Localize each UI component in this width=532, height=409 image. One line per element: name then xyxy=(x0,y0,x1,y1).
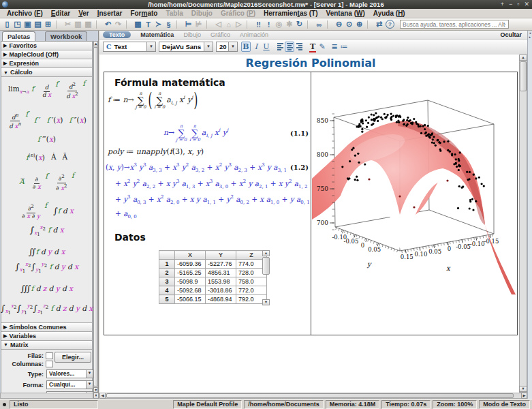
column-header-y[interactable]: Y xyxy=(206,251,236,260)
font-family-select[interactable]: DejaVu Sans ▼ xyxy=(159,42,213,52)
help-icon[interactable]: ? xyxy=(386,20,394,29)
row-number[interactable]: 1 xyxy=(159,260,175,269)
table-row[interactable]: 4-5092.68-3018.86772.0 xyxy=(159,286,267,295)
palette-item[interactable]: f(n)(x) xyxy=(26,153,45,162)
font-color-icon[interactable]: T xyxy=(308,42,317,52)
table-cell[interactable]: -5227.76 xyxy=(206,260,236,269)
data-table-scrollbar[interactable]: ▲ ▼ xyxy=(262,250,270,306)
maximize-button[interactable]: ▫ xyxy=(517,0,519,9)
palette-header-variables[interactable]: ▶Variables xyxy=(1,332,92,341)
hyperlink-icon[interactable]: ∞ xyxy=(314,19,324,29)
doc-hscroll-thumb[interactable] xyxy=(106,393,514,398)
menu-insertar[interactable]: Insertar xyxy=(93,10,127,17)
sidebar-hscrollbar[interactable] xyxy=(0,393,93,399)
palette-item[interactable]: ∂∂ x f xyxy=(31,172,48,191)
doc-scroll-right[interactable]: ▶ xyxy=(521,393,527,399)
zoom-in-icon[interactable]: ⊕ xyxy=(354,19,364,29)
bullet-list-icon[interactable]: ≔ xyxy=(339,42,349,52)
export-document-icon[interactable]: ⊞ xyxy=(43,19,53,29)
palette-item[interactable]: Ȧ xyxy=(51,153,57,161)
font-size-select[interactable]: 20 ▼ xyxy=(216,42,238,52)
forma-dropdown-arrow[interactable]: ▼ xyxy=(86,381,93,389)
sidebar-scroll-thumb[interactable] xyxy=(93,47,98,387)
palette-item[interactable]: ∂2∂ x ∂ y f xyxy=(20,201,47,220)
table-row[interactable]: 3-5098.91553.98758.0 xyxy=(159,277,267,286)
table-row[interactable]: 1-6059.36-5227.76774.0 xyxy=(159,260,267,269)
table-row[interactable]: 2-5165.254856.31728.0 xyxy=(159,269,267,277)
palette-header-expresi-n[interactable]: ▶Expresión xyxy=(1,59,92,68)
doc-scroll-up[interactable]: ▲ xyxy=(519,55,527,61)
palette-header-favoritos[interactable]: ▶Favoritos xyxy=(1,42,92,50)
zoom-out-icon[interactable]: ⊖ xyxy=(334,19,344,29)
table-cell[interactable]: -5066.15 xyxy=(175,295,206,304)
table-cell[interactable]: 1553.98 xyxy=(206,277,236,286)
context-tab-texto[interactable]: Texto xyxy=(103,31,131,38)
data-table-scroll-down[interactable]: ▼ xyxy=(262,299,270,305)
insert-maple-input-icon[interactable]: ≻ xyxy=(153,19,163,29)
panel-expand-right-icon[interactable]: ▸ xyxy=(528,35,532,39)
insert-text-icon[interactable]: T xyxy=(143,19,153,29)
forma-select[interactable]: Cualqui...▼ xyxy=(46,380,93,389)
table-cell[interactable]: -3018.86 xyxy=(206,286,236,295)
columnas-input[interactable] xyxy=(46,361,53,367)
insert-section-icon[interactable]: § xyxy=(163,19,174,29)
hide-toolbar-button[interactable]: Ocultar xyxy=(500,31,522,38)
save-document-icon[interactable]: ▣ xyxy=(22,19,33,29)
align-right-icon[interactable] xyxy=(294,42,304,52)
palette-item[interactable]: Ä xyxy=(63,153,68,161)
palette-item[interactable]: ∫f d x xyxy=(53,206,74,216)
3d-surface-plot[interactable]: 850800750700-0.10-0.0500.05y0.150.100.05… xyxy=(311,72,518,335)
context-panel-handle[interactable]: ◂ ▸ xyxy=(527,31,532,399)
execute-icon[interactable]: ! xyxy=(264,19,274,29)
doc-vscrollbar[interactable] xyxy=(519,55,527,393)
row-number[interactable]: 4 xyxy=(159,286,175,295)
math-input-poly[interactable]: poly ≔ unapply(f(3), x, y) xyxy=(108,147,204,156)
context-tab-matemática[interactable]: Matemática xyxy=(140,31,174,38)
undo-icon[interactable]: ↶ xyxy=(103,19,113,29)
insert-table-icon[interactable]: ▦ xyxy=(133,19,143,29)
table-cell[interactable]: -6059.36 xyxy=(175,260,206,269)
palette-item[interactable]: f ″(x) xyxy=(69,116,86,124)
palette-item[interactable]: ∫x1x2∫y1y2∫z1z2 f d z d y d x xyxy=(1,303,93,316)
row-number[interactable]: 5 xyxy=(159,295,175,304)
menu-formato[interactable]: Formato xyxy=(126,10,161,17)
search-input[interactable] xyxy=(400,20,509,29)
palette-item[interactable]: ∫x1x2∫y1y2 f d y d x xyxy=(15,262,78,274)
zoom-default-icon[interactable]: ⊙ xyxy=(344,19,354,29)
open-document-icon[interactable]: ◳ xyxy=(12,19,22,29)
palette-item[interactable]: ∭f d z d y d x xyxy=(20,284,73,294)
tab-workbook[interactable]: Workbook xyxy=(45,31,87,41)
size-dropdown-arrow[interactable]: ▼ xyxy=(228,42,237,51)
palette-item[interactable]: f ′ xyxy=(34,116,41,124)
menu-archivo[interactable]: Archivo (F) xyxy=(3,10,47,17)
bold-icon[interactable]: B xyxy=(241,42,251,52)
align-left-icon[interactable] xyxy=(275,42,285,52)
table-cell[interactable]: -5092.68 xyxy=(175,286,206,295)
table-cell[interactable]: -5165.25 xyxy=(175,269,206,277)
sidebar-scroll-bottom[interactable]: ▼ xyxy=(93,393,99,399)
menu-herramientas[interactable]: Herramientas (T) xyxy=(260,10,322,17)
palette-item[interactable]: A⃛ xyxy=(19,177,25,185)
close-button[interactable]: ✕ xyxy=(524,0,529,9)
palette-item[interactable]: ∬f d y d x xyxy=(29,247,65,257)
palette-header-s-mbolos-comunes[interactable]: ▶Símbolos Comunes xyxy=(1,323,92,332)
math-output-1-1[interactable]: n→n∑j = 0n∑i = 0ai, j xi yj xyxy=(163,124,228,142)
type-dropdown-arrow[interactable]: ▼ xyxy=(86,370,93,378)
math-output-1-2[interactable]: (x, y)→x3 y3 a3, 3 + x3 y2 a3, 2 + x2 y3… xyxy=(106,160,295,222)
numbered-list-icon[interactable]: ≣ xyxy=(330,42,339,52)
palette-item[interactable]: limx→a f xyxy=(8,85,34,95)
column-header-x[interactable]: X xyxy=(175,251,206,260)
palette-item[interactable]: dd x f xyxy=(40,80,58,99)
sidebar-scroll-up[interactable]: ▲ xyxy=(93,41,98,46)
doc-scroll-down[interactable]: ▼ xyxy=(519,386,527,392)
math-input-f-definition[interactable]: f ≔ n→n∑j = 0(n∑i = 0ai, j xi yj) xyxy=(108,91,198,109)
print-icon[interactable]: ▤ xyxy=(33,19,43,29)
palette-item[interactable]: dnd xn f xyxy=(7,110,28,131)
indent-icon[interactable]: ⊨ xyxy=(183,19,193,29)
italic-icon[interactable]: I xyxy=(251,42,261,52)
font-dropdown-arrow[interactable]: ▼ xyxy=(204,42,213,51)
palette-item[interactable]: f ‴(x) xyxy=(37,135,56,143)
new-document-icon[interactable]: ▯ xyxy=(2,19,12,29)
doc-scroll-left[interactable]: ◀ xyxy=(99,393,106,399)
row-number[interactable]: 2 xyxy=(159,269,175,277)
